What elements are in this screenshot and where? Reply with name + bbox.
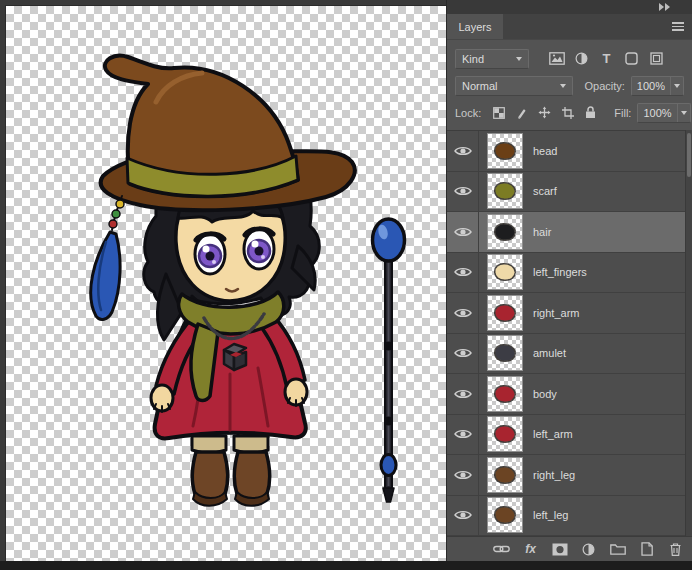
adjustment-layer-filter-icon[interactable] (570, 49, 593, 69)
visibility-toggle[interactable] (447, 415, 479, 455)
layer-row-left-leg[interactable]: left_leg (447, 496, 692, 537)
fill-control[interactable]: 100% (637, 103, 690, 123)
layers-scrollbar[interactable] (685, 130, 692, 536)
delete-layer-icon[interactable] (667, 541, 684, 558)
visibility-toggle[interactable] (447, 253, 479, 293)
lock-artboard-nesting-icon[interactable] (558, 104, 577, 122)
eye-icon (454, 185, 472, 197)
thumbnail-art (496, 386, 515, 401)
layer-thumbnail[interactable] (487, 254, 523, 290)
eye-icon (454, 428, 472, 440)
layer-row-left-arm[interactable]: left_arm (447, 415, 692, 456)
thumbnail-art (496, 184, 515, 199)
collapse-arrow-icon (665, 3, 670, 11)
layer-name[interactable]: right_arm (533, 307, 579, 319)
lock-transparent-pixels-icon[interactable] (489, 104, 508, 122)
eye-icon (454, 509, 472, 521)
chevron-down-icon (560, 84, 566, 88)
layer-name[interactable]: hair (533, 226, 551, 238)
visibility-toggle[interactable] (447, 374, 479, 414)
pixel-layer-filter-icon[interactable] (545, 49, 568, 69)
layer-row-scarf[interactable]: scarf (447, 172, 692, 213)
link-layers-icon[interactable] (493, 541, 510, 558)
visibility-toggle[interactable] (447, 496, 479, 536)
collapse-panel-button[interactable] (659, 3, 670, 11)
layer-name[interactable]: left_leg (533, 509, 568, 521)
filter-icon-group: T (545, 49, 668, 69)
lock-row: Lock: (455, 99, 684, 126)
filter-row: Kind T (455, 45, 684, 72)
layer-row-left-fingers[interactable]: left_fingers (447, 253, 692, 294)
new-group-icon[interactable] (609, 541, 626, 558)
thumbnail-art (496, 305, 515, 320)
canvas-area[interactable] (6, 6, 446, 561)
kind-dropdown[interactable]: Kind (455, 49, 529, 69)
layer-name[interactable]: amulet (533, 347, 566, 359)
new-adjustment-layer-icon[interactable] (580, 541, 597, 558)
opacity-control[interactable]: 100% (631, 76, 684, 96)
layer-row-body[interactable]: body (447, 374, 692, 415)
eye-icon (454, 388, 472, 400)
eye-icon (454, 266, 472, 278)
eye-icon (454, 307, 472, 319)
visibility-toggle[interactable] (447, 131, 479, 171)
type-layer-filter-icon[interactable]: T (595, 49, 618, 69)
visibility-toggle[interactable] (447, 334, 479, 374)
new-layer-icon[interactable] (638, 541, 655, 558)
thumbnail-art (496, 508, 515, 523)
layer-thumbnail[interactable] (487, 295, 523, 331)
layer-options: Kind T (447, 40, 692, 128)
layer-thumbnail[interactable] (487, 133, 523, 169)
layer-row-hair[interactable]: hair (447, 212, 692, 253)
blend-mode-dropdown[interactable]: Normal (455, 76, 573, 96)
thumbnail-art (496, 427, 515, 442)
layer-name[interactable]: body (533, 388, 557, 400)
thumbnail-art (496, 346, 515, 361)
layer-effects-icon[interactable]: fx (522, 541, 539, 558)
layers-panel: Layers Kind T (446, 0, 692, 561)
layer-row-head[interactable]: head (447, 131, 692, 172)
visibility-toggle[interactable] (447, 212, 479, 252)
blend-mode-value: Normal (462, 80, 497, 92)
layer-thumbnail[interactable] (487, 173, 523, 209)
panel-menu-button[interactable] (672, 22, 684, 31)
layer-row-amulet[interactable]: amulet (447, 334, 692, 375)
collapse-arrow-icon (659, 3, 664, 11)
visibility-toggle[interactable] (447, 455, 479, 495)
layer-thumbnail[interactable] (487, 497, 523, 533)
layer-row-right-leg[interactable]: right_leg (447, 455, 692, 496)
layer-thumbnail[interactable] (487, 376, 523, 412)
add-layer-mask-icon[interactable] (551, 541, 568, 558)
left-eye-art (195, 234, 225, 274)
layer-thumbnail[interactable] (487, 416, 523, 452)
visibility-toggle[interactable] (447, 293, 479, 333)
lock-all-icon[interactable] (581, 104, 600, 122)
layer-name[interactable]: right_leg (533, 469, 575, 481)
chevron-down-icon (516, 57, 522, 61)
photoshop-window: Layers Kind T (0, 0, 692, 570)
lock-image-pixels-icon[interactable] (512, 104, 531, 122)
scrollbar-thumb[interactable] (687, 133, 691, 177)
layer-thumbnail[interactable] (487, 457, 523, 493)
layer-name[interactable]: scarf (533, 185, 557, 197)
chevron-down-icon (681, 111, 687, 115)
thumbnail-art (496, 265, 515, 280)
eye-icon (454, 469, 472, 481)
fx-glyph: fx (525, 542, 536, 556)
shape-layer-filter-icon[interactable] (620, 49, 643, 69)
lock-position-icon[interactable] (535, 104, 554, 122)
type-glyph: T (603, 51, 611, 66)
character-artwork (6, 6, 446, 561)
tab-layers[interactable]: Layers (447, 14, 503, 39)
visibility-toggle[interactable] (447, 172, 479, 212)
thumbnail-art (496, 224, 515, 239)
smart-object-filter-icon[interactable] (645, 49, 668, 69)
layer-row-right-arm[interactable]: right_arm (447, 293, 692, 334)
layer-thumbnail[interactable] (487, 214, 523, 250)
layer-name[interactable]: left_arm (533, 428, 573, 440)
layer-name[interactable]: left_fingers (533, 266, 587, 278)
fill-value: 100% (638, 107, 676, 119)
layers-bottom-bar: fx (447, 536, 692, 561)
layer-name[interactable]: head (533, 145, 557, 157)
layer-thumbnail[interactable] (487, 335, 523, 371)
